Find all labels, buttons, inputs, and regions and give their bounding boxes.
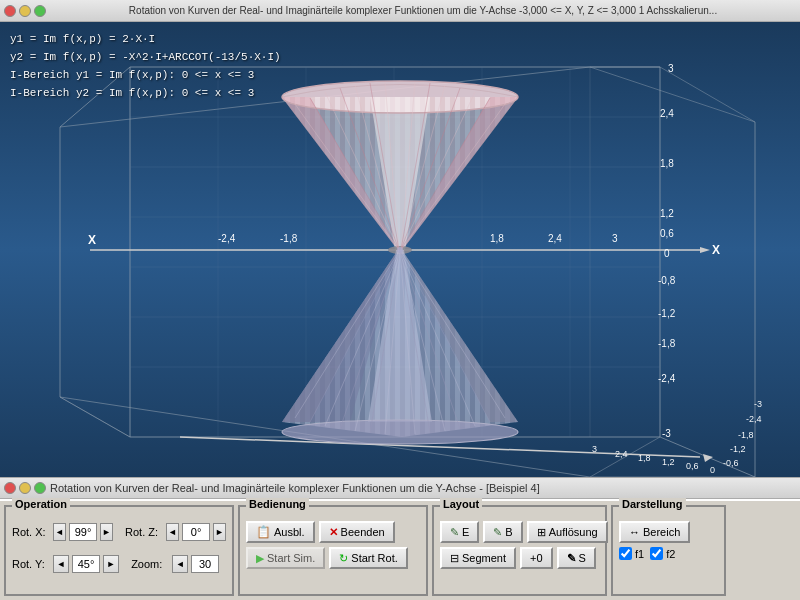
b-button[interactable]: ✎ B: [483, 521, 522, 543]
f2-checkbox[interactable]: [650, 547, 663, 560]
bedienung-title: Bedienung: [246, 498, 309, 510]
formulas-overlay: y1 = Im f(x,p) = 2·X·I y2 = Im f(x,p) = …: [10, 30, 281, 102]
rot-x-inc[interactable]: ►: [100, 523, 113, 541]
controls-panel: Operation Rot. X: ◄ 99° ► Rot. Z: ◄ 0° ►…: [0, 499, 800, 600]
ausbl-icon: 📋: [256, 525, 271, 539]
rot-y-inc[interactable]: ►: [103, 555, 119, 573]
start-sim-button[interactable]: ▶ Start Sim.: [246, 547, 325, 569]
ausbl-button[interactable]: 📋 Ausbl.: [246, 521, 315, 543]
start-sim-icon: ▶: [256, 552, 264, 565]
svg-text:-1,2: -1,2: [658, 308, 676, 319]
operation-title: Operation: [12, 498, 70, 510]
e-button[interactable]: ✎ E: [440, 521, 479, 543]
segment-label: Segment: [462, 552, 506, 564]
status-close-button[interactable]: [4, 482, 16, 494]
s-button[interactable]: ✎ S: [557, 547, 596, 569]
3d-view: X X: [0, 22, 800, 477]
svg-text:-2,4: -2,4: [218, 233, 236, 244]
rot-x-dec[interactable]: ◄: [53, 523, 66, 541]
svg-text:-0,6: -0,6: [723, 458, 739, 468]
minimize-button[interactable]: [19, 5, 31, 17]
rot-y-value: 45°: [72, 555, 100, 573]
segment-button[interactable]: ⊟ Segment: [440, 547, 516, 569]
svg-text:1,8: 1,8: [490, 233, 504, 244]
rot-y-label: Rot. Y:: [12, 558, 50, 570]
formula-y2: y2 = Im f(x,p) = -X^2·I+ARCCOT(-13/5·X·I…: [10, 48, 281, 66]
layout-row1: ✎ E ✎ B ⊞ Auflösung: [440, 521, 599, 543]
beenden-button[interactable]: ✕ Beenden: [319, 521, 395, 543]
svg-text:1,8: 1,8: [638, 453, 651, 463]
status-maximize-button[interactable]: [34, 482, 46, 494]
aufloesung-icon: ⊞: [537, 526, 546, 539]
layout-title: Layout: [440, 498, 482, 510]
svg-text:1,8: 1,8: [660, 158, 674, 169]
zoom-dec[interactable]: ◄: [172, 555, 188, 573]
segment-icon: ⊟: [450, 552, 459, 565]
formula-bereich-y1: I-Bereich y1 = Im f(x,p): 0 <= x <= 3: [10, 66, 281, 84]
rot-z-dec[interactable]: ◄: [166, 523, 179, 541]
e-icon: ✎: [450, 526, 459, 539]
svg-text:-2,4: -2,4: [658, 373, 676, 384]
bedienung-group: Bedienung 📋 Ausbl. ✕ Beenden ▶ Start Sim…: [238, 505, 428, 596]
svg-text:X: X: [712, 243, 720, 257]
darstellung-group: Darstellung ↔ Bereich f1 f2: [611, 505, 726, 596]
svg-text:-2,4: -2,4: [746, 414, 762, 424]
formula-bereich-y2: I-Bereich y2 = Im f(x,p): 0 <= x <= 3: [10, 84, 281, 102]
aufloesung-label: Auflösung: [549, 526, 598, 538]
bedienung-row2: ▶ Start Sim. ↻ Start Rot.: [246, 547, 420, 569]
bereich-label: Bereich: [643, 526, 680, 538]
status-bar: Rotation von Kurven der Real- und Imagin…: [0, 477, 800, 499]
start-rot-icon: ↻: [339, 552, 348, 565]
svg-text:0,6: 0,6: [686, 461, 699, 471]
svg-text:-3: -3: [662, 428, 671, 439]
f2-label: f2: [666, 548, 675, 560]
darstellung-title: Darstellung: [619, 498, 686, 510]
e-label: E: [462, 526, 469, 538]
svg-text:1,2: 1,2: [660, 208, 674, 219]
zoom-value: 30: [191, 555, 219, 573]
f1-checkbox[interactable]: [619, 547, 632, 560]
bedienung-row1: 📋 Ausbl. ✕ Beenden: [246, 521, 420, 543]
svg-text:0,6: 0,6: [660, 228, 674, 239]
svg-text:1,2: 1,2: [662, 457, 675, 467]
b-label: B: [505, 526, 512, 538]
aufloesung-button[interactable]: ⊞ Auflösung: [527, 521, 608, 543]
rot-z-value: 0°: [182, 523, 210, 541]
beenden-label: Beenden: [341, 526, 385, 538]
svg-text:-3: -3: [754, 399, 762, 409]
title-bar: Rotation von Kurven der Real- und Imagin…: [0, 0, 800, 22]
ausbl-label: Ausbl.: [274, 526, 305, 538]
f2-checkbox-item[interactable]: f2: [650, 547, 675, 560]
b-icon: ✎: [493, 526, 502, 539]
status-window-controls[interactable]: [4, 482, 46, 494]
svg-text:2,4: 2,4: [615, 449, 628, 459]
svg-text:-1,2: -1,2: [730, 444, 746, 454]
window-controls[interactable]: [4, 5, 46, 17]
svg-text:-1,8: -1,8: [280, 233, 298, 244]
rot-y-row: Rot. Y: ◄ 45° ► Zoom: ◄ 30: [12, 553, 226, 575]
svg-text:0: 0: [664, 248, 670, 259]
start-rot-button[interactable]: ↻ Start Rot.: [329, 547, 407, 569]
rot-y-dec[interactable]: ◄: [53, 555, 69, 573]
svg-text:0: 0: [710, 465, 715, 475]
start-rot-label: Start Rot.: [351, 552, 397, 564]
plus0-button[interactable]: +0: [520, 547, 553, 569]
rot-z-label: Rot. Z:: [125, 526, 163, 538]
svg-text:-1,8: -1,8: [738, 430, 754, 440]
window-title: Rotation von Kurven der Real- und Imagin…: [50, 5, 796, 16]
svg-text:3: 3: [612, 233, 618, 244]
f1-checkbox-item[interactable]: f1: [619, 547, 644, 560]
maximize-button[interactable]: [34, 5, 46, 17]
darstellung-row2: f1 f2: [619, 547, 718, 560]
svg-text:2,4: 2,4: [548, 233, 562, 244]
rot-x-row: Rot. X: ◄ 99° ► Rot. Z: ◄ 0° ►: [12, 521, 226, 543]
status-text: Rotation von Kurven der Real- und Imagin…: [50, 482, 540, 494]
close-button[interactable]: [4, 5, 16, 17]
operation-group: Operation Rot. X: ◄ 99° ► Rot. Z: ◄ 0° ►…: [4, 505, 234, 596]
rot-z-inc[interactable]: ►: [213, 523, 226, 541]
f1-label: f1: [635, 548, 644, 560]
darstellung-row1: ↔ Bereich: [619, 521, 718, 543]
s-icon: ✎: [567, 552, 576, 565]
bereich-button[interactable]: ↔ Bereich: [619, 521, 690, 543]
status-minimize-button[interactable]: [19, 482, 31, 494]
